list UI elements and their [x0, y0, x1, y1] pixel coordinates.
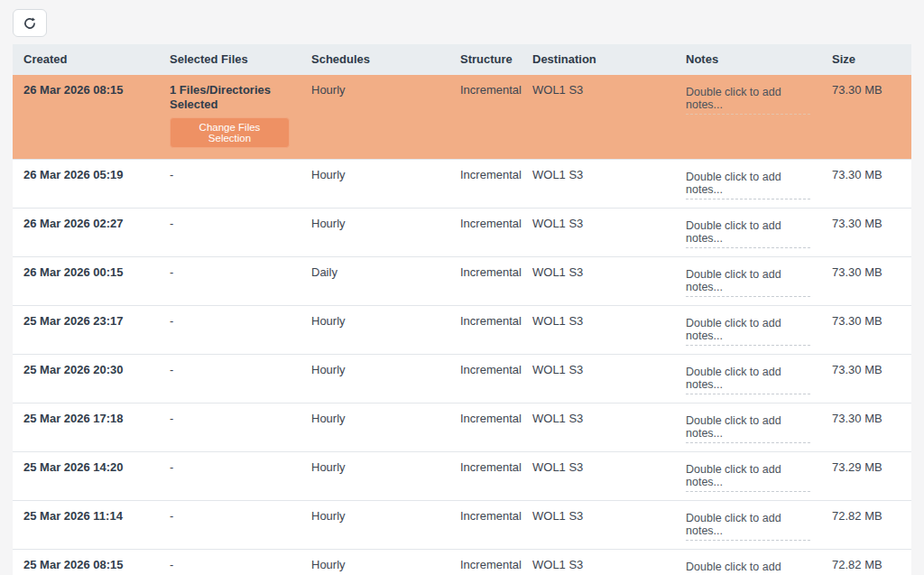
col-notes: Notes — [675, 44, 821, 75]
notes-placeholder[interactable]: Double click to add notes... — [686, 561, 810, 575]
size-cell: 72.82 MB — [821, 549, 911, 575]
selected-files-cell: - — [159, 159, 300, 208]
schedules-cell: Hourly — [300, 305, 449, 354]
selected-files-cell: 1 Files/Directories Selected Change File… — [159, 75, 300, 159]
notes-cell[interactable]: Double click to add notes... — [675, 500, 821, 549]
size-cell: 73.30 MB — [821, 403, 911, 451]
destination-cell: WOL1 S3 — [522, 256, 675, 305]
structure-cell: Incremental — [449, 305, 522, 354]
col-destination: Destination — [522, 44, 675, 75]
notes-cell[interactable]: Double click to add notes... — [675, 354, 821, 403]
created-cell: 25 Mar 2026 20:30 — [13, 354, 159, 403]
structure-cell: Incremental — [449, 256, 522, 305]
structure-cell: Incremental — [449, 403, 522, 451]
created-cell: 26 Mar 2026 08:15 — [13, 75, 159, 159]
destination-cell: WOL1 S3 — [522, 75, 675, 159]
notes-placeholder[interactable]: Double click to add notes... — [686, 512, 810, 541]
table-row[interactable]: 26 Mar 2026 05:19 - Hourly Incremental W… — [13, 159, 911, 208]
notes-cell[interactable]: Double click to add notes... — [675, 256, 821, 305]
notes-cell[interactable]: Double click to add notes... — [675, 305, 821, 354]
backups-table: Created Selected Files Schedules Structu… — [13, 44, 911, 575]
destination-cell: WOL1 S3 — [522, 403, 675, 451]
structure-cell: Incremental — [449, 500, 522, 549]
schedules-cell: Hourly — [300, 208, 449, 256]
schedules-cell: Hourly — [300, 451, 449, 500]
notes-placeholder[interactable]: Double click to add notes... — [686, 366, 810, 394]
table-row[interactable]: 25 Mar 2026 17:18 - Hourly Incremental W… — [13, 403, 911, 451]
structure-cell: Incremental — [449, 451, 522, 500]
created-cell: 25 Mar 2026 17:18 — [13, 403, 159, 451]
toolbar — [13, 9, 911, 37]
structure-cell: Incremental — [449, 159, 522, 208]
schedules-cell: Daily — [300, 256, 449, 305]
notes-placeholder[interactable]: Double click to add notes... — [686, 219, 810, 248]
selected-files-cell: - — [159, 451, 300, 500]
notes-cell[interactable]: Double click to add notes... — [675, 549, 821, 575]
size-cell: 73.30 MB — [821, 256, 911, 305]
schedules-cell: Hourly — [300, 500, 449, 549]
notes-placeholder[interactable]: Double click to add notes... — [686, 414, 810, 443]
table-row[interactable]: 26 Mar 2026 02:27 - Hourly Incremental W… — [13, 208, 911, 256]
notes-placeholder[interactable]: Double click to add notes... — [686, 317, 810, 346]
destination-cell: WOL1 S3 — [522, 208, 675, 256]
selected-files-cell: - — [159, 256, 300, 305]
destination-cell: WOL1 S3 — [522, 305, 675, 354]
refresh-button[interactable] — [13, 9, 47, 37]
structure-cell: Incremental — [449, 75, 522, 159]
backup-records-page: Created Selected Files Schedules Structu… — [0, 0, 924, 575]
destination-cell: WOL1 S3 — [522, 451, 675, 500]
notes-placeholder[interactable]: Double click to add notes... — [686, 268, 810, 297]
destination-cell: WOL1 S3 — [522, 354, 675, 403]
size-cell: 73.29 MB — [821, 451, 911, 500]
size-cell: 73.30 MB — [821, 159, 911, 208]
schedules-cell: Hourly — [300, 549, 449, 575]
destination-cell: WOL1 S3 — [522, 159, 675, 208]
table-row[interactable]: 26 Mar 2026 00:15 - Daily Incremental WO… — [13, 256, 911, 305]
selected-files-cell: - — [159, 208, 300, 256]
col-size: Size — [821, 44, 911, 75]
schedules-cell: Hourly — [300, 75, 449, 159]
selected-files-text: 1 Files/Directories Selected — [170, 83, 296, 113]
table-row[interactable]: 25 Mar 2026 23:17 - Hourly Incremental W… — [13, 305, 911, 354]
col-structure: Structure — [449, 44, 522, 75]
selected-files-cell: - — [159, 354, 300, 403]
col-selected-files: Selected Files — [159, 44, 300, 75]
created-cell: 25 Mar 2026 11:14 — [13, 500, 159, 549]
structure-cell: Incremental — [449, 549, 522, 575]
table-row[interactable]: 25 Mar 2026 20:30 - Hourly Incremental W… — [13, 354, 911, 403]
col-created: Created — [13, 44, 159, 75]
col-schedules: Schedules — [300, 44, 449, 75]
size-cell: 73.30 MB — [821, 354, 911, 403]
destination-cell: WOL1 S3 — [522, 549, 675, 575]
table-row[interactable]: 25 Mar 2026 14:20 - Hourly Incremental W… — [13, 451, 911, 500]
schedules-cell: Hourly — [300, 403, 449, 451]
size-cell: 73.30 MB — [821, 208, 911, 256]
created-cell: 25 Mar 2026 23:17 — [13, 305, 159, 354]
created-cell: 26 Mar 2026 00:15 — [13, 256, 159, 305]
notes-placeholder[interactable]: Double click to add notes... — [686, 463, 810, 492]
selected-files-cell: - — [159, 549, 300, 575]
created-cell: 25 Mar 2026 14:20 — [13, 451, 159, 500]
selected-files-cell: - — [159, 305, 300, 354]
table-row[interactable]: 25 Mar 2026 11:14 - Hourly Incremental W… — [13, 500, 911, 549]
schedules-cell: Hourly — [300, 159, 449, 208]
notes-cell[interactable]: Double click to add notes... — [675, 403, 821, 451]
notes-placeholder[interactable]: Double click to add notes... — [686, 86, 810, 115]
size-cell: 73.30 MB — [821, 75, 911, 159]
table-header-row: Created Selected Files Schedules Structu… — [13, 44, 911, 75]
destination-cell: WOL1 S3 — [522, 500, 675, 549]
structure-cell: Incremental — [449, 354, 522, 403]
backups-table-card: Created Selected Files Schedules Structu… — [13, 44, 911, 575]
size-cell: 73.30 MB — [821, 305, 911, 354]
notes-placeholder[interactable]: Double click to add notes... — [686, 171, 810, 199]
notes-cell[interactable]: Double click to add notes... — [675, 451, 821, 500]
notes-cell[interactable]: Double click to add notes... — [675, 208, 821, 256]
created-cell: 26 Mar 2026 05:19 — [13, 159, 159, 208]
change-files-selection-button[interactable]: Change Files Selection — [170, 117, 290, 148]
table-row-selected[interactable]: 26 Mar 2026 08:15 1 Files/Directories Se… — [13, 75, 911, 159]
table-row[interactable]: 25 Mar 2026 08:15 - Hourly Incremental W… — [13, 549, 911, 575]
notes-cell[interactable]: Double click to add notes... — [675, 159, 821, 208]
created-cell: 26 Mar 2026 02:27 — [13, 208, 159, 256]
created-cell: 25 Mar 2026 08:15 — [13, 549, 159, 575]
notes-cell[interactable]: Double click to add notes... — [675, 75, 821, 159]
